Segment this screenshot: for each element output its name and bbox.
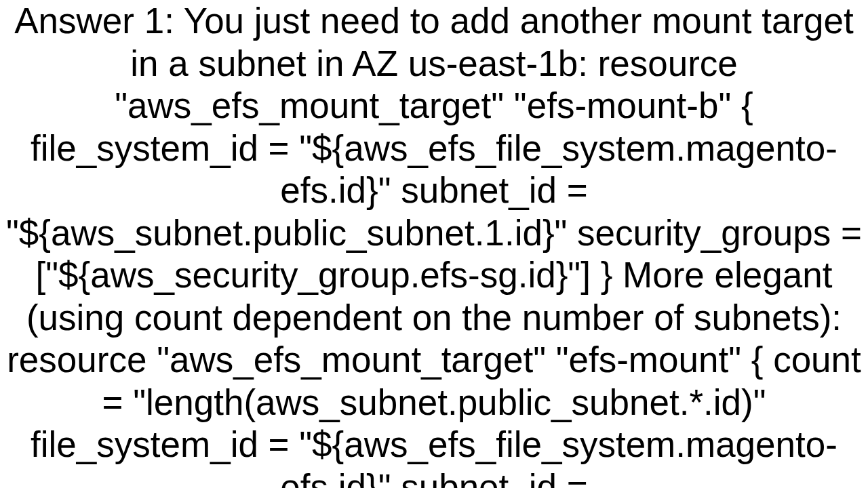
- answer-text: Answer 1: You just need to add another m…: [6, 1, 862, 488]
- answer-body: Answer 1: You just need to add another m…: [0, 0, 868, 488]
